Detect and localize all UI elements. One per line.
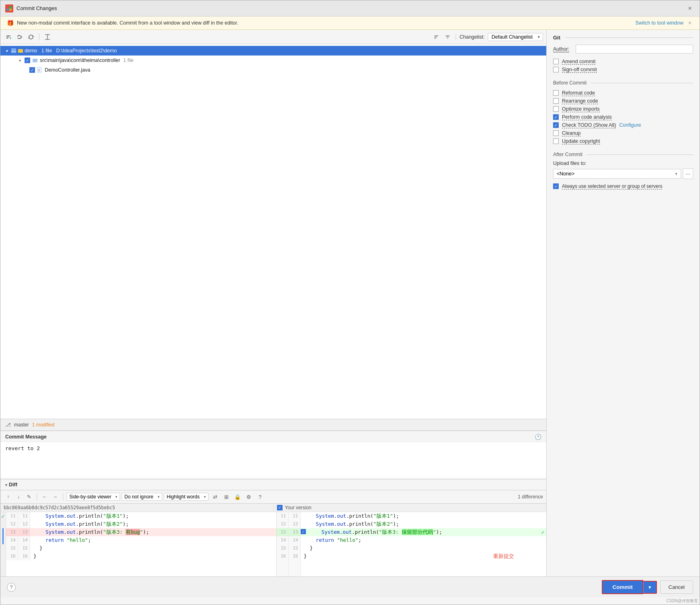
info-icon: 🎁 (7, 20, 14, 26)
reformat-code-checkbox[interactable] (553, 90, 559, 96)
diff-settings-gear[interactable]: ⚙ (244, 492, 254, 502)
sign-off-label: Sign-off commit (562, 67, 597, 72)
diff-settings-btn-1[interactable]: ⇄ (210, 492, 220, 502)
filter-button[interactable] (443, 32, 452, 42)
changelist-label: Changelist: (459, 34, 485, 40)
commit-message-input[interactable]: revert to 2 (0, 442, 546, 478)
tree-checkbox-src[interactable]: ✓ (25, 58, 30, 63)
always-use-row: ✓ Always use selected server or group of… (553, 182, 693, 190)
commit-dropdown-button[interactable]: ▼ (643, 581, 657, 594)
left-blue-bar (2, 528, 4, 544)
tree-item-demo[interactable]: ▾ — demo 1 file D:\IdeaProjects\test2\de… (0, 46, 546, 56)
commit-message-section: Commit Message 🕐 revert to 2 (0, 431, 546, 479)
diff-edit-button[interactable]: ✎ (25, 492, 33, 501)
svg-rect-3 (9, 8, 12, 11)
diff-difference-count: 1 difference (518, 494, 543, 500)
diff-row-11-left: 11 11 System.out.println("版本1"); (6, 512, 276, 520)
perform-analysis-checkbox[interactable]: ✓ (553, 114, 559, 120)
highlight-select[interactable]: Highlight words (164, 493, 209, 501)
switch-to-tool-window-link[interactable]: Switch to tool window (635, 20, 683, 26)
close-button[interactable]: × (685, 4, 695, 13)
reformat-code-row: Reformat code (553, 89, 693, 97)
svg-rect-2 (7, 8, 9, 11)
left-code-16: } (30, 552, 276, 560)
diff-lines-container: ✓ 11 11 System.out. (0, 512, 546, 576)
viewer-select[interactable]: Side-by-side viewer (66, 493, 120, 501)
diff-help-btn[interactable]: ? (255, 492, 265, 502)
bottom-right: Commit ▼ Cancel (602, 580, 693, 594)
bottom-bar: ? Commit ▼ Cancel (0, 576, 700, 597)
upload-select[interactable]: <None> (553, 169, 681, 179)
left-linenum-12b: 12 (18, 520, 30, 528)
check-todo-checkbox[interactable]: ✓ (553, 122, 559, 128)
left-code-14: return "hello"; (30, 536, 276, 544)
commit-history-icon[interactable]: 🕐 (535, 434, 541, 440)
rollback-button[interactable] (15, 32, 25, 42)
tree-checkbox-file[interactable]: ✓ (29, 67, 35, 73)
diff-toolbar: ↑ ↓ ✎ ← → Side-by-side viewer Do not i (0, 490, 546, 504)
cleanup-checkbox[interactable] (553, 130, 559, 136)
upload-label: Upload files to: (553, 161, 693, 166)
sign-off-row: Sign-off commit (553, 66, 693, 74)
changelist-select-wrapper: Default Changelist (488, 33, 543, 41)
left-diff-panel: 11 11 System.out.println("版本1"); 12 12 S… (6, 512, 277, 576)
sign-off-checkbox[interactable] (553, 67, 559, 72)
help-button[interactable]: ? (7, 583, 16, 592)
diff-row-14-left: 14 14 return "hello"; (6, 536, 276, 544)
sort-button[interactable] (432, 32, 441, 42)
tree-src-expand[interactable]: ▾ (17, 57, 23, 64)
before-commit-title: Before Commit (553, 80, 591, 86)
branch-icon: ⎇ (5, 422, 11, 428)
ignore-select-wrapper: Do not ignore (122, 493, 162, 501)
right-code-14: return "hello"; (301, 536, 547, 544)
left-code-11: System.out.println("版本1"); (30, 512, 276, 520)
upload-dots-button[interactable]: ··· (683, 169, 693, 179)
always-use-checkbox[interactable]: ✓ (553, 183, 559, 189)
configure-link[interactable]: Configure (619, 122, 641, 128)
changelist-select[interactable]: Default Changelist (488, 33, 543, 41)
left-code-15: } (30, 544, 276, 552)
author-label: Author: (553, 46, 572, 52)
upload-row: <None> ··· (553, 169, 693, 179)
left-code-12: System.out.println("版本2"); (30, 520, 276, 528)
tree-item-src[interactable]: ▾ ✓ src\main\java\com\itheima\controller… (0, 56, 546, 65)
git-section-title: Git (553, 35, 565, 41)
optimize-imports-checkbox[interactable] (553, 106, 559, 112)
diff-back-button[interactable]: ← (40, 492, 49, 501)
diff-prev-button[interactable]: ↑ (4, 492, 12, 501)
commit-button[interactable]: Commit (602, 580, 643, 594)
right-linenum-14a: 14 (277, 536, 289, 544)
rearrange-code-checkbox[interactable] (553, 98, 559, 104)
update-copyright-checkbox[interactable] (553, 138, 559, 144)
svg-rect-14 (18, 49, 20, 50)
left-linenum-14b: 14 (18, 536, 30, 544)
tree-checkbox-demo[interactable]: — (11, 48, 17, 54)
diff-settings-btn-2[interactable]: ⊞ (221, 492, 231, 502)
diff-header[interactable]: ▾ Diff (0, 479, 546, 490)
banner-close-button[interactable]: × (687, 20, 693, 26)
tree-expand-icon[interactable]: ▾ (4, 47, 10, 54)
left-linenum-15a: 15 (6, 544, 18, 552)
src-folder-icon (32, 57, 38, 64)
left-code-13: System.out.println("版本3: 有bug"); (30, 528, 276, 536)
ignore-select[interactable]: Do not ignore (122, 493, 162, 501)
highlight-select-wrapper: Highlight words (164, 493, 209, 501)
diff-forward-button[interactable]: → (51, 492, 60, 501)
right-check-mark: ✓ (541, 529, 545, 535)
amend-commit-checkbox[interactable] (553, 59, 559, 64)
diff-next-button[interactable]: ↓ (14, 492, 23, 501)
left-linenum-15b: 15 (18, 544, 30, 552)
diff-row-12-right: 12 12 System.out.println("版本2"); (277, 520, 547, 528)
move-to-changelist-button[interactable] (4, 32, 13, 42)
line-checkbox-13[interactable]: ✓ (301, 529, 306, 534)
refresh-button[interactable] (26, 32, 36, 42)
right-linenum-11a: 11 (277, 512, 289, 520)
expand-all-button[interactable] (43, 32, 52, 42)
tree-item-file[interactable]: ✓ J DemoController.java (0, 65, 546, 75)
author-input[interactable] (576, 45, 693, 54)
right-checkbox[interactable]: ✓ (277, 505, 283, 510)
left-linenum-14a: 14 (6, 536, 18, 544)
left-linenum-13a: 13 (6, 528, 18, 536)
diff-lock-btn[interactable]: 🔒 (233, 492, 242, 502)
cancel-button[interactable]: Cancel (660, 580, 693, 594)
